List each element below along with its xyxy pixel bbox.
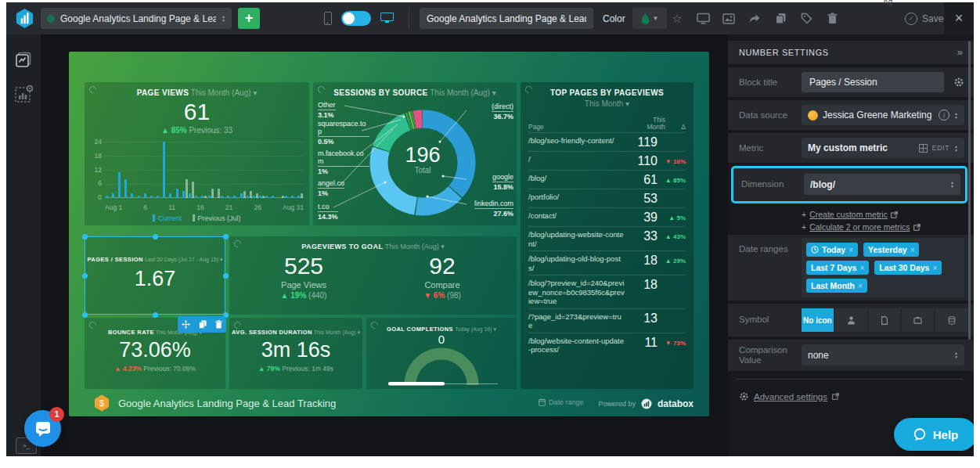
- databox-logo-icon[interactable]: [14, 8, 35, 29]
- block-page-views[interactable]: PAGE VIEWS This Month (Aug) ▾ 61 ▲ 85% P…: [85, 82, 309, 225]
- table-row: /blog/updating-old-blog-posts/18▲ 29%: [528, 250, 686, 275]
- mobile-preview-icon[interactable]: [324, 12, 332, 25]
- desktop-preview-icon[interactable]: [380, 13, 394, 21]
- date-range-selector[interactable]: This Month ▾: [521, 99, 694, 108]
- chip-remove-icon[interactable]: ×: [858, 282, 863, 290]
- y-tick: 18: [95, 152, 102, 160]
- selection-handle[interactable]: [82, 234, 88, 239]
- comparison-dropdown[interactable]: none ▲▼: [802, 344, 964, 365]
- calculate-metrics-link[interactable]: + Calculate 2 or more metrics: [802, 222, 921, 232]
- bar-current: [189, 193, 191, 198]
- intercom-launcher[interactable]: 1: [24, 410, 61, 447]
- selection-handle[interactable]: [82, 273, 88, 279]
- external-link-icon: [832, 393, 839, 400]
- bar-day: [117, 142, 124, 198]
- metric-row: Metric My custom metric EDIT ▲▼: [728, 133, 974, 163]
- date-range-selector[interactable]: Today (Aug 16) ▾: [455, 326, 496, 332]
- date-range-footer-control[interactable]: Date range: [539, 398, 584, 406]
- create-custom-metric-link[interactable]: + Create custom metric: [802, 210, 898, 219]
- new-databoard-button[interactable]: +: [238, 8, 260, 29]
- color-picker-dropdown[interactable]: ▼: [632, 8, 667, 29]
- databoard-title-input[interactable]: [420, 8, 593, 29]
- chip-remove-icon[interactable]: ×: [848, 246, 853, 254]
- collapse-panel-icon[interactable]: »: [957, 46, 963, 58]
- panel-scrollbar[interactable]: [968, 41, 971, 340]
- device-toggle[interactable]: [341, 11, 371, 26]
- delete-block-icon[interactable]: [215, 320, 222, 329]
- tv-display-icon[interactable]: [696, 12, 710, 26]
- block-pageviews-to-goal[interactable]: PAGEVIEWS TO GOAL This Month (Aug) ▾ 525…: [229, 236, 517, 315]
- duplicate-icon[interactable]: [773, 12, 787, 26]
- block-title-gear-icon[interactable]: [953, 77, 964, 91]
- sidebar-item-datablocks[interactable]: [13, 49, 34, 70]
- databoard-selector-dropdown[interactable]: Google Analytics Landing Page & Lead... …: [41, 8, 232, 29]
- clipped-tooltip-text: Ag: [883, 0, 892, 6]
- table-row: /blog/61▲ 85%: [528, 170, 686, 189]
- page-cell: /?page_id=273&preview=true: [528, 312, 628, 330]
- chip-remove-icon[interactable]: ×: [910, 246, 915, 254]
- selection-handle[interactable]: [82, 312, 88, 318]
- copy-block-icon[interactable]: [199, 320, 207, 329]
- metric-edit-button[interactable]: EDIT: [932, 144, 950, 152]
- donut-label: squarespace.top0.5%: [318, 120, 369, 146]
- date-range-selector[interactable]: This Month (Aug) ▾: [385, 243, 445, 250]
- block-sessions-by-source[interactable]: SESSIONS BY SOURCE This Month (Aug) ▾: [313, 82, 517, 225]
- symbol-option-database[interactable]: [935, 308, 967, 332]
- date-range-chip[interactable]: Yesterday×: [863, 243, 919, 257]
- date-range-selector[interactable]: This Month (Aug) ▾: [191, 88, 258, 97]
- dimension-dropdown[interactable]: /blog/ ▲▼: [804, 174, 960, 195]
- share-icon[interactable]: [748, 12, 762, 26]
- help-button[interactable]: Help: [894, 418, 974, 451]
- bar-previous: [262, 196, 265, 198]
- donut-label-pct: 3.1%: [318, 110, 336, 119]
- info-icon[interactable]: i: [939, 110, 949, 121]
- table-body: /blog/seo-friendly-content/119/110▼ 16%/…: [528, 132, 686, 357]
- block-avg-session-duration[interactable]: AVG. SESSION DURATION This Month (Aug) ▾…: [229, 318, 362, 389]
- bar-day: [233, 142, 240, 198]
- selection-handle[interactable]: [153, 312, 158, 318]
- selection-handle[interactable]: [223, 234, 229, 239]
- block-title-input[interactable]: [802, 72, 944, 92]
- date-range-selector[interactable]: This Month (Aug) ▾: [314, 329, 360, 335]
- symbol-option-none[interactable]: No icon: [802, 308, 834, 332]
- chip-remove-icon[interactable]: ×: [932, 264, 937, 272]
- image-icon[interactable]: [722, 12, 736, 26]
- symbol-option-briefcase[interactable]: [902, 308, 934, 332]
- advanced-settings-link[interactable]: Advanced settings: [739, 391, 839, 401]
- sidebar-item-custom-block[interactable]: [13, 83, 34, 105]
- metric-dropdown[interactable]: My custom metric EDIT ▲▼: [802, 138, 964, 158]
- delta-value: ▲ 79%: [258, 365, 280, 373]
- block-goal-completions[interactable]: GOAL COMPLETIONS Today (Aug 16) ▾ 0: [366, 318, 517, 389]
- donut-chart: 196 Total: [368, 108, 477, 218]
- value-cell: 11: [628, 337, 658, 355]
- block-pages-session[interactable]: PAGES / SESSION Last 30 Days (Jul 17 - A…: [85, 236, 225, 315]
- date-range-chip[interactable]: Last 30 Days×: [874, 261, 942, 275]
- databoard-selector-value: Google Analytics Landing Page & Lead...: [60, 13, 216, 24]
- date-range-chip[interactable]: Today×: [806, 243, 858, 257]
- favorite-star-icon[interactable]: ☆: [670, 12, 684, 26]
- bar-current: [201, 196, 204, 198]
- date-range-selector[interactable]: Last 30 Days (Jul 17 - Aug 15) ▾: [145, 257, 223, 262]
- tag-icon[interactable]: [799, 12, 813, 26]
- symbol-option-document[interactable]: [869, 308, 901, 332]
- move-icon[interactable]: [182, 320, 190, 329]
- chip-remove-icon[interactable]: ×: [859, 264, 864, 272]
- date-range-chip[interactable]: Last Month×: [806, 279, 867, 293]
- bar-current: [247, 196, 249, 198]
- bar-day: [188, 142, 194, 198]
- block-top-pages[interactable]: TOP PAGES BY PAGEVIEWS This Month ▾ Page…: [521, 82, 694, 389]
- dimension-row-highlighted: Dimension /blog/ ▲▼: [731, 166, 967, 203]
- block-title: PAGE VIEWS: [137, 88, 189, 97]
- y-tick: 12: [95, 166, 102, 174]
- selection-handle[interactable]: [223, 273, 229, 279]
- trash-icon[interactable]: [825, 12, 839, 26]
- symbol-option-person[interactable]: [835, 308, 867, 332]
- bar-previous: [250, 191, 252, 198]
- metric-value: My custom metric: [808, 142, 914, 153]
- date-range-selector[interactable]: This Month (Aug) ▾: [430, 88, 496, 97]
- data-source-dropdown[interactable]: Jessica Greene Marketing i ▲▼: [802, 105, 964, 125]
- selection-handle[interactable]: [153, 234, 158, 239]
- date-range-chip[interactable]: Last 7 Days×: [806, 261, 869, 275]
- block-toolbar: [178, 316, 226, 333]
- close-editor-button[interactable]: ×: [944, 2, 974, 34]
